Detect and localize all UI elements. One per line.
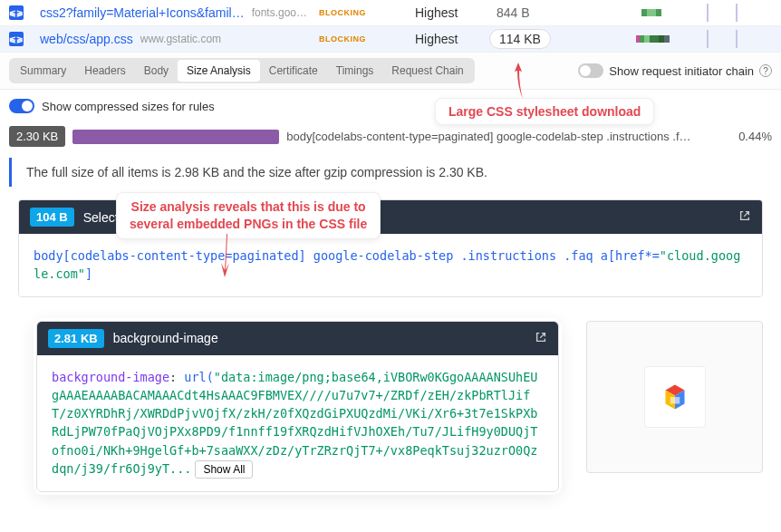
image-preview [644, 366, 706, 428]
external-link-icon[interactable] [535, 331, 547, 346]
tab-summary[interactable]: Summary [11, 60, 75, 82]
panel-code: background-image: url("data:image/png;ba… [37, 355, 558, 491]
request-domain: fonts.goo… [252, 6, 307, 19]
annotation-large-css: Large CSS stylesheet download [435, 98, 654, 125]
size-pct: 0.44% [738, 130, 772, 143]
request-row[interactable]: ⫹⫺ css2?family=Material+Icons&famil… fon… [0, 0, 781, 26]
waterfall-bar [625, 32, 743, 46]
initiator-label: Show request initiator chain [609, 64, 754, 78]
blocking-badge: BLOCKING [319, 34, 366, 44]
arrow-icon [507, 59, 529, 102]
panel-title: background-image [113, 331, 218, 345]
tab-certificate[interactable]: Certificate [260, 60, 327, 82]
total-size-bar: 2.30 KB body[codelabs-content-type=pagin… [0, 122, 781, 150]
tab-body[interactable]: Body [135, 60, 178, 82]
annotation-reveals: Size analysis reveals that this is due t… [116, 192, 381, 239]
priority: Highest [415, 32, 458, 46]
summary-text: The full size of all items is 2.98 KB an… [9, 158, 772, 187]
compressed-label: Show compressed sizes for rules [42, 100, 215, 113]
tabs-row: Summary Headers Body Size Analysis Certi… [0, 53, 781, 90]
waterfall-bar [625, 5, 743, 20]
bg-image-panel: 2.81 KB background-image background-imag… [36, 321, 559, 492]
panel-size-badge: 104 B [30, 208, 74, 227]
initiator-switch[interactable] [578, 63, 603, 78]
tab-request-chain[interactable]: Request Chain [382, 60, 472, 82]
show-all-button[interactable]: Show All [195, 460, 253, 479]
initiator-chain-toggle: Show request initiator chain ? [578, 63, 772, 78]
tab-headers[interactable]: Headers [75, 60, 134, 82]
tab-timings[interactable]: Timings [327, 60, 383, 82]
info-icon[interactable]: ? [759, 64, 772, 77]
size-bar [72, 130, 279, 144]
request-name: css2?family=Material+Icons&famil… [40, 5, 245, 20]
tabs: Summary Headers Body Size Analysis Certi… [9, 58, 475, 83]
image-preview-panel [586, 321, 763, 473]
request-domain: www.gstatic.com [140, 33, 221, 45]
arrow-icon [214, 232, 236, 281]
panel-size-badge: 2.81 KB [48, 329, 104, 348]
css-file-icon: ⫹⫺ [9, 5, 24, 20]
compressed-switch[interactable] [9, 99, 34, 113]
request-row[interactable]: ⫹⫺ web/css/app.css www.gstatic.com BLOCK… [0, 26, 781, 53]
external-link-icon[interactable] [738, 209, 751, 225]
tab-size-analysis[interactable]: Size Analysis [178, 60, 260, 82]
compressed-sizes-row: Show compressed sizes for rules [0, 90, 781, 122]
size-highlighted: 114 KB [489, 29, 551, 49]
gcp-logo-icon [659, 381, 691, 413]
blocking-badge: BLOCKING [319, 8, 366, 17]
selector-text: body[codelabs-content-type=paginated] go… [286, 130, 731, 143]
css-file-icon: ⫹⫺ [9, 32, 24, 46]
panel-code: body[codelabs-content-type=paginated] go… [19, 234, 762, 296]
total-size-badge: 2.30 KB [9, 126, 65, 147]
size: 844 B [497, 5, 530, 20]
priority: Highest [415, 5, 458, 20]
request-name: web/css/app.css [40, 32, 133, 46]
